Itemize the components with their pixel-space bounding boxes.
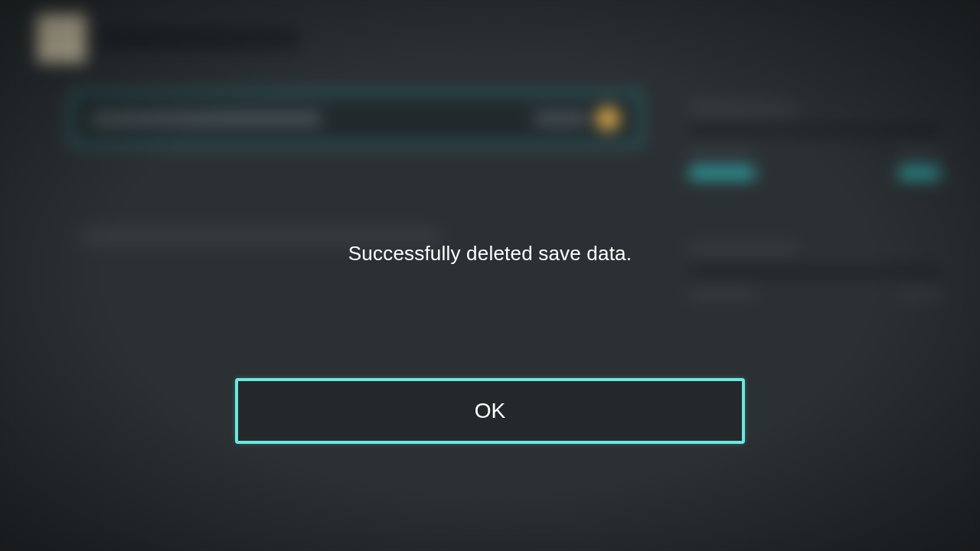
ok-button[interactable]: OK xyxy=(235,378,745,444)
dialog-message: Successfully deleted save data. xyxy=(0,242,980,266)
confirmation-dialog: Successfully deleted save data. OK xyxy=(0,0,980,551)
